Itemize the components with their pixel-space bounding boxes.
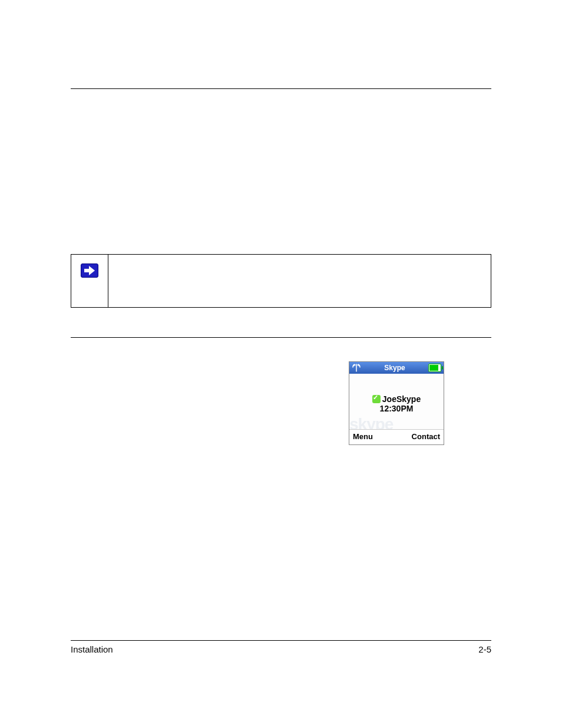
note-icon-cell [71, 255, 108, 307]
user-row: JoeSkype [372, 394, 421, 404]
username: JoeSkype [382, 394, 421, 404]
signal-icon [352, 364, 361, 372]
note-content [108, 255, 491, 307]
statusbar-title: Skype [384, 364, 405, 372]
phone-statusbar: Skype [349, 362, 444, 374]
phone-softkeys: Menu Contact [349, 429, 444, 444]
softkey-contact[interactable]: Contact [412, 432, 440, 441]
top-rule [71, 88, 491, 89]
note-box [71, 254, 491, 308]
mid-rule [71, 337, 491, 338]
footer-page-number: 2-5 [478, 644, 491, 654]
phone-screen: Skype skype JoeSkype 12:30PM Menu Contac… [349, 361, 444, 445]
phone-wrap: Skype skype JoeSkype 12:30PM Menu Contac… [71, 361, 491, 445]
softkey-menu[interactable]: Menu [353, 432, 373, 441]
footer-section: Installation [71, 644, 113, 654]
phone-body: skype JoeSkype 12:30PM [349, 374, 444, 429]
document-page: Skype skype JoeSkype 12:30PM Menu Contac… [0, 0, 562, 728]
arrow-right-icon [81, 263, 98, 278]
skype-watermark-icon: skype [349, 416, 444, 429]
time-display: 12:30PM [380, 404, 414, 413]
online-check-icon [372, 395, 381, 403]
battery-icon [428, 364, 441, 372]
page-footer: Installation 2-5 [71, 640, 491, 654]
